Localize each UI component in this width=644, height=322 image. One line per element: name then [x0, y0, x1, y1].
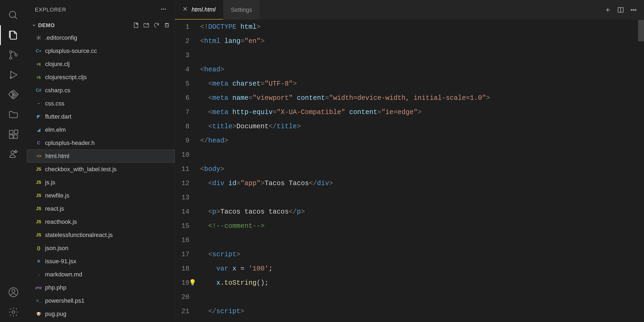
file-item[interactable]: {}json.json	[27, 241, 175, 255]
file-item[interactable]: JSnewfile.js	[27, 189, 175, 202]
activity-account-icon[interactable]	[0, 282, 27, 302]
file-item[interactable]: >_powershell.ps1	[27, 294, 175, 307]
file-item[interactable]: Ccplusplus-header.h	[27, 136, 175, 149]
activity-folder-icon[interactable]	[0, 105, 27, 125]
file-item[interactable]: C#csharp.cs	[27, 84, 175, 97]
code-line[interactable]: </head>	[200, 134, 638, 148]
go-back-icon[interactable]	[604, 6, 611, 13]
file-item[interactable]: JSstatelessfunctionalreact.js	[27, 228, 175, 241]
code-line[interactable]	[200, 148, 638, 162]
editor-scrollbar[interactable]	[638, 20, 644, 322]
file-item[interactable]: .editorconfig	[27, 31, 175, 44]
file-name: flutter.dart	[45, 113, 71, 120]
file-type-icon: JS	[35, 179, 42, 186]
file-item[interactable]: JSjs.js	[27, 176, 175, 189]
file-item[interactable]: 🐶pug.pug	[27, 307, 175, 320]
folder-header[interactable]: DEMO	[27, 19, 175, 31]
code-content[interactable]: <!DOCTYPE html><html lang="en"> <head> <…	[197, 20, 638, 322]
code-line[interactable]: </script>	[200, 304, 638, 319]
code-line[interactable]: <html lang="en">	[200, 34, 638, 48]
file-item[interactable]: ~css.css	[27, 97, 175, 110]
file-type-icon: clj	[35, 61, 42, 67]
code-line[interactable]: <head>	[200, 63, 638, 77]
editor-tab[interactable]: html.html	[175, 0, 223, 20]
code-line[interactable]: <body>	[200, 162, 638, 176]
activity-run-debug-icon[interactable]	[0, 65, 27, 85]
file-item[interactable]: ◤flutter.dart	[27, 110, 175, 123]
code-line[interactable]: <p>Tacos tacos tacos</p>	[200, 205, 638, 219]
code-line[interactable]: <div id="app">Tacos Tacos</div>	[200, 176, 638, 191]
activity-git-icon[interactable]	[0, 85, 27, 105]
activity-explorer-icon[interactable]	[0, 25, 27, 45]
file-item[interactable]: JSreacthook.js	[27, 215, 175, 228]
line-number: 12	[175, 176, 189, 191]
code-line[interactable]: var x = '100';	[200, 262, 638, 276]
sidebar-more-icon[interactable]	[160, 6, 167, 13]
editor-tab[interactable]: Settings	[223, 0, 260, 20]
activity-extensions-icon[interactable]	[0, 125, 27, 144]
svg-point-0	[9, 11, 16, 17]
code-line[interactable]: 💡 x.toString();	[200, 276, 638, 290]
new-folder-icon[interactable]	[143, 22, 149, 28]
code-line[interactable]: <title>Document</title>	[200, 119, 638, 134]
code-line[interactable]: <script>	[200, 247, 638, 262]
tab-label: Settings	[231, 6, 252, 13]
file-name: cplusplus-source.cc	[45, 47, 97, 54]
file-type-icon: JS	[35, 192, 42, 199]
file-type-icon: >_	[35, 298, 42, 304]
more-actions-icon[interactable]	[630, 6, 637, 13]
code-line[interactable]	[200, 233, 638, 247]
activity-search-icon[interactable]	[0, 5, 27, 25]
code-line[interactable]: <!DOCTYPE html>	[200, 20, 638, 34]
code-editor[interactable]: 123456789101112131415161718192021 <!DOCT…	[175, 20, 644, 322]
file-item[interactable]: <>html.html	[27, 149, 175, 163]
file-type-icon: JS	[35, 206, 42, 212]
line-number: 15	[175, 219, 189, 233]
sidebar: EXPLORER DEMO .editorconfigC+cplusplus-s…	[27, 0, 175, 322]
line-number: 9	[175, 134, 189, 148]
svg-point-15	[165, 9, 166, 10]
close-tab-icon[interactable]	[182, 6, 188, 13]
code-line[interactable]: <meta charset="UTF-8">	[200, 77, 638, 91]
activity-settings-icon[interactable]	[0, 302, 27, 322]
collapse-all-icon[interactable]	[163, 22, 170, 28]
file-type-icon: JS	[35, 232, 42, 238]
svg-point-14	[163, 9, 164, 10]
refresh-icon[interactable]	[153, 22, 160, 28]
line-number: 4	[175, 63, 189, 77]
code-line[interactable]	[200, 48, 638, 63]
file-item[interactable]: ◢elm.elm	[27, 123, 175, 136]
lightbulb-icon[interactable]: 💡	[189, 276, 196, 290]
split-editor-icon[interactable]	[617, 6, 624, 13]
file-name: newfile.js	[45, 192, 69, 199]
file-item[interactable]: JSreact.js	[27, 202, 175, 215]
file-item[interactable]: phpphp.php	[27, 281, 175, 294]
file-item[interactable]: JScheckbox_with_label.test.js	[27, 163, 175, 176]
code-line[interactable]	[200, 290, 638, 304]
code-line[interactable]: <meta name="viewport" content="width=dev…	[200, 91, 638, 105]
file-name: html.html	[45, 153, 69, 160]
file-type-icon: clj	[35, 74, 42, 80]
file-item[interactable]: cljclojurescript.cljs	[27, 71, 175, 84]
new-file-icon[interactable]	[133, 22, 139, 28]
svg-line-1	[15, 17, 17, 19]
file-item[interactable]: cljclojure.clj	[27, 57, 175, 71]
code-line[interactable]: <meta http-equiv="X-UA-Compatible" conte…	[200, 105, 638, 119]
file-item[interactable]: ↓markdown.md	[27, 268, 175, 281]
code-line[interactable]: <!--comment-->	[200, 219, 638, 233]
line-number: 14	[175, 205, 189, 219]
file-name: php.php	[45, 284, 67, 291]
svg-point-30	[635, 9, 636, 10]
file-name: clojurescript.cljs	[45, 74, 87, 81]
file-name: csharp.cs	[45, 87, 70, 94]
activity-bar	[0, 0, 27, 322]
file-item[interactable]: C+cplusplus-source.cc	[27, 44, 175, 57]
code-line[interactable]	[200, 191, 638, 205]
file-name: reacthook.js	[45, 218, 77, 225]
file-type-icon: C	[35, 140, 42, 146]
file-name: issue-91.jsx	[45, 258, 76, 265]
activity-source-control-icon[interactable]	[0, 45, 27, 65]
file-item[interactable]: ⚛issue-91.jsx	[27, 255, 175, 268]
line-number: 6	[175, 91, 189, 105]
activity-live-share-icon[interactable]	[0, 144, 27, 164]
